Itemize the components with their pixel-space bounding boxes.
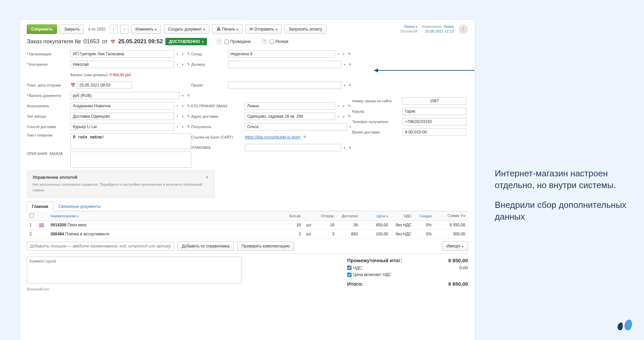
packaging-input[interactable] <box>245 144 341 151</box>
project-input[interactable] <box>228 81 341 89</box>
edit-icon[interactable] <box>186 114 191 119</box>
add-icon[interactable]: + <box>348 62 352 67</box>
request-payment-button[interactable]: Запросить оплату <box>284 24 327 34</box>
help-icon[interactable]: ? <box>216 39 222 44</box>
edit-icon[interactable] <box>347 52 352 56</box>
pickup-input[interactable] <box>70 113 174 120</box>
ship-date-input[interactable] <box>77 81 132 89</box>
col-qty[interactable]: Кол-во <box>280 211 304 221</box>
recipient-input[interactable] <box>245 123 347 130</box>
chevron-down-icon[interactable]: ▾ <box>181 52 184 56</box>
edit-icon[interactable] <box>302 135 308 139</box>
chevron-down-icon <box>276 27 277 32</box>
status-badge[interactable]: ДОСТАВЛЕННО <box>165 38 207 45</box>
chevron-down-icon[interactable]: ▾ <box>342 104 345 108</box>
who-input[interactable] <box>245 102 335 110</box>
chevron-down-icon[interactable]: ▾ <box>181 63 184 66</box>
chevron-down-icon[interactable]: ▾ <box>181 125 184 129</box>
chevron-down-icon[interactable]: ▾ <box>181 115 184 118</box>
gear-icon[interactable]: ⚙ <box>460 214 464 218</box>
order-desc-input[interactable] <box>70 152 191 168</box>
chevron-down-icon[interactable]: ▾ <box>343 83 346 87</box>
edit-icon[interactable] <box>186 104 191 108</box>
tab-linked[interactable]: Связанные документы <box>53 202 106 211</box>
executor-input[interactable] <box>70 102 174 110</box>
reserve-checkbox[interactable]: Резерв <box>270 39 288 44</box>
org-input[interactable] <box>70 50 174 58</box>
delivery-input[interactable] <box>70 123 174 130</box>
edit-icon[interactable] <box>186 52 191 56</box>
contract-input[interactable] <box>228 61 341 68</box>
col-name[interactable]: Наименование <box>48 211 280 221</box>
edit-icon[interactable] <box>347 104 352 108</box>
check-kit-button[interactable]: Проверить комплектацию <box>237 241 294 251</box>
clear-icon[interactable]: × <box>175 104 179 108</box>
chevron-down-icon[interactable]: ▾ <box>181 104 184 108</box>
help-icon[interactable]: ? <box>262 39 267 44</box>
card-text-input[interactable]: Я тебя люблю! <box>70 133 191 149</box>
chevron-down-icon[interactable]: ▾ <box>205 175 209 179</box>
clear-icon[interactable]: × <box>175 125 179 129</box>
next-page-button[interactable]: › <box>120 25 128 34</box>
close-button[interactable]: Закрыть <box>60 24 84 34</box>
clear-icon[interactable]: × <box>175 114 179 118</box>
chevron-down-icon <box>416 24 417 29</box>
delivery-time-input[interactable] <box>402 128 466 136</box>
calendar-icon[interactable] <box>70 83 75 88</box>
conducted-checkbox[interactable]: Проведено <box>224 39 251 44</box>
addr-label: Адрес доставки <box>191 114 245 118</box>
select-all-checkbox[interactable] <box>30 213 34 218</box>
site-order-input[interactable] <box>402 97 466 105</box>
prev-page-button[interactable]: ‹ <box>110 25 118 34</box>
warehouse-input[interactable] <box>228 50 335 58</box>
table-row[interactable]: 2000484 Пленка в ассортименте3шт3663100,… <box>27 230 468 239</box>
create-doc-button[interactable]: Создать документ <box>164 24 209 34</box>
phone-input[interactable] <box>402 118 466 125</box>
avatar[interactable] <box>459 24 468 34</box>
add-icon[interactable]: + <box>348 83 352 88</box>
counterparty-input[interactable] <box>70 61 174 68</box>
send-button[interactable]: Отправить <box>245 24 282 34</box>
chevron-down-icon[interactable]: ▾ <box>181 94 184 98</box>
col-discount[interactable]: Скидка <box>414 211 434 221</box>
phone-label: Телефон получателя <box>352 120 402 124</box>
chevron-down-icon[interactable]: ▾ <box>343 63 346 66</box>
comment-input[interactable] <box>27 257 241 283</box>
add-icon[interactable]: + <box>348 145 352 150</box>
order-desc-label: ОПИСАНИЕ ЗАКАЗА <box>27 152 70 156</box>
edit-icon[interactable] <box>186 62 191 67</box>
tab-main[interactable]: Главная <box>27 202 53 211</box>
chevron-down-icon <box>462 244 464 248</box>
save-button[interactable]: Сохранить <box>27 24 57 34</box>
balance-text: Баланс (нам должны): 8 850,00 руб <box>70 73 131 77</box>
clear-icon[interactable]: × <box>175 62 179 66</box>
courier-input[interactable] <box>402 108 466 115</box>
current-user[interactable]: Лиана Основной <box>400 24 417 34</box>
edit-icon[interactable] <box>186 93 191 98</box>
addr-input[interactable] <box>245 113 335 120</box>
clear-icon[interactable]: × <box>336 52 340 56</box>
table-row[interactable]: 10014200 Пион микс19шт1938450,00без НДС0… <box>27 221 468 230</box>
price-incl-vat-checkbox[interactable]: Цена включает НДС <box>347 272 391 277</box>
print-button[interactable]: Печать <box>212 24 243 34</box>
chevron-down-icon[interactable]: ▾ <box>342 52 345 56</box>
currency-input[interactable] <box>70 92 179 99</box>
chevron-down-icon[interactable]: ▾ <box>343 146 346 150</box>
edit-icon[interactable] <box>186 124 191 129</box>
change-button[interactable]: Изменить <box>131 24 161 34</box>
import-button[interactable]: Импорт <box>442 241 468 251</box>
tabs: Главная Связанные документы <box>27 201 468 211</box>
vat-checkbox[interactable]: НДС: <box>347 266 363 270</box>
calendar-icon[interactable] <box>110 38 115 45</box>
clear-icon[interactable]: × <box>336 114 340 118</box>
add-from-directory-button[interactable]: Добавить из справочника <box>177 241 234 251</box>
clear-icon[interactable]: × <box>336 104 340 108</box>
col-price[interactable]: Цена <box>361 211 391 221</box>
col-sum[interactable]: Сумма ⚙ <box>434 211 468 221</box>
chevron-down-icon[interactable]: ▾ <box>348 125 352 129</box>
edit-icon[interactable] <box>347 114 352 119</box>
clear-icon[interactable]: × <box>175 52 179 56</box>
chevron-down-icon[interactable]: ▾ <box>342 115 345 118</box>
bouquet-link[interactable]: https://lilar.ru/vse/buket-iz-pion/ <box>245 135 300 139</box>
add-item-input[interactable] <box>27 242 174 250</box>
